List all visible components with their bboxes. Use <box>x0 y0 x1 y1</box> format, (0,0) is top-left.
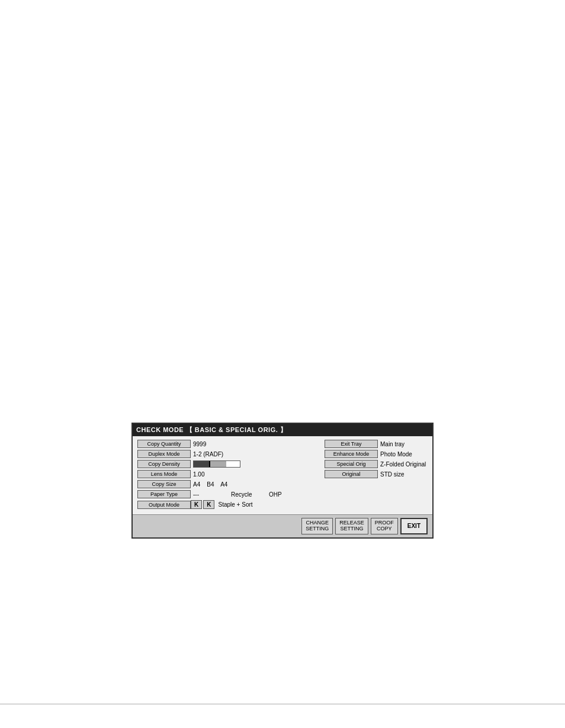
special-orig-section: Special Orig Z-Folded Original <box>319 460 428 468</box>
density-bar <box>193 460 240 468</box>
dialog-content: Copy Quantity 9999 Exit Tray Main tray D… <box>133 436 432 514</box>
check-mode-dialog: CHECK MODE 【 BASIC & SPECIAL ORIG. 】 Cop… <box>131 423 434 539</box>
density-fill-dark <box>194 461 210 467</box>
page-container: CHECK MODE 【 BASIC & SPECIAL ORIG. 】 Cop… <box>0 0 565 728</box>
bottom-separator <box>0 704 565 704</box>
copy-density-label[interactable]: Copy Density <box>137 460 191 468</box>
paper-type-recycle: Recycle <box>231 491 267 498</box>
copy-size-label[interactable]: Copy Size <box>137 480 191 488</box>
original-section: Original STD size <box>319 470 428 478</box>
exit-button[interactable]: EXIT <box>400 518 428 534</box>
special-orig-value: Z-Folded Original <box>380 461 428 468</box>
copy-quantity-label[interactable]: Copy Quantity <box>137 440 191 448</box>
exit-tray-section: Exit Tray Main tray <box>319 440 428 448</box>
row-copy-size: Copy Size A4 B4 A4 <box>137 480 428 488</box>
original-value: STD size <box>380 471 428 478</box>
lens-mode-label[interactable]: Lens Mode <box>137 470 191 478</box>
row-copy-quantity: Copy Quantity 9999 Exit Tray Main tray <box>137 440 428 448</box>
duplex-mode-label[interactable]: Duplex Mode <box>137 450 191 458</box>
row-duplex-mode: Duplex Mode 1-2 (RADF) Enhance Mode Phot… <box>137 450 428 458</box>
output-mode-label[interactable]: Output Mode <box>137 501 191 509</box>
duplex-mode-value: 1-2 (RADF) <box>193 451 229 458</box>
dialog-title: CHECK MODE 【 BASIC & SPECIAL ORIG. 】 <box>133 424 432 436</box>
row-lens-mode: Lens Mode 1.00 Original STD size <box>137 470 428 478</box>
proof-copy-button[interactable]: PROOFCOPY <box>371 518 398 534</box>
paper-type-label[interactable]: Paper Type <box>137 490 191 498</box>
row-copy-density: Copy Density Special Orig Z-Folded Origi… <box>137 460 428 468</box>
enhance-mode-value: Photo Mode <box>380 451 428 458</box>
dialog-footer: CHANGESETTING RELEASESETTING PROOFCOPY E… <box>133 514 432 537</box>
original-label[interactable]: Original <box>325 470 378 478</box>
copy-size-value: A4 B4 A4 <box>193 481 229 488</box>
row-paper-type: Paper Type --- Recycle OHP <box>137 490 428 498</box>
density-marker <box>209 461 210 467</box>
k-box-2: K <box>203 500 214 509</box>
paper-type-ohp: OHP <box>269 491 304 498</box>
copy-quantity-value: 9999 <box>193 441 229 447</box>
enhance-mode-section: Enhance Mode Photo Mode <box>319 450 428 458</box>
paper-type-value: --- <box>193 491 229 498</box>
enhance-mode-label[interactable]: Enhance Mode <box>325 450 378 458</box>
output-mode-value: Staple + Sort <box>218 501 253 508</box>
row-output-mode: Output Mode K K Staple + Sort <box>137 500 428 509</box>
change-setting-button[interactable]: CHANGESETTING <box>301 518 333 534</box>
release-setting-button[interactable]: RELEASESETTING <box>335 518 368 534</box>
special-orig-label[interactable]: Special Orig <box>325 460 378 468</box>
lens-mode-value: 1.00 <box>193 471 229 478</box>
exit-tray-label[interactable]: Exit Tray <box>325 440 378 448</box>
density-fill-light <box>210 461 226 467</box>
k-box-1: K <box>191 500 202 509</box>
exit-tray-value: Main tray <box>380 441 428 447</box>
